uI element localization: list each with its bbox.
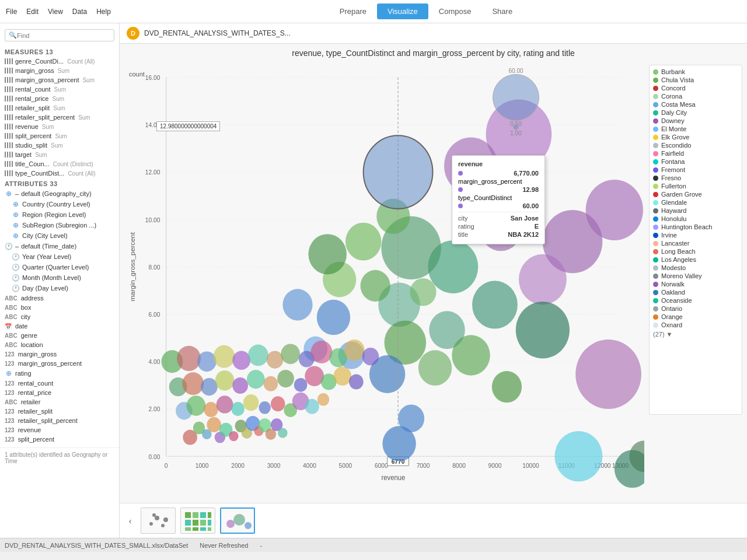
legend-item-elk-grove[interactable]: Elk Grove <box>650 133 742 141</box>
measure-margin-gross-percent[interactable]: margin_gross_percent Sum <box>0 75 119 85</box>
bubble[interactable] <box>382 426 416 461</box>
legend-item-irvine[interactable]: Irvine <box>650 231 742 239</box>
bubble[interactable] <box>410 278 437 306</box>
measure-target[interactable]: target Sum <box>0 150 119 159</box>
attr-geography-default[interactable]: ⊕ – default (Geography_city) <box>0 188 119 199</box>
attr-month[interactable]: 🕐 Month (Month Level) <box>0 272 119 283</box>
legend-item-orange[interactable]: Orange <box>650 313 742 321</box>
legend-item-daly-city[interactable]: Daly City <box>650 108 742 117</box>
legend-item-fresno[interactable]: Fresno <box>650 174 742 182</box>
bubble[interactable] <box>232 351 250 369</box>
legend-item-concord[interactable]: Concord <box>650 84 742 92</box>
bubble[interactable] <box>452 335 490 375</box>
measure-studio-split[interactable]: studio_split Sum <box>0 141 119 150</box>
legend-item-moreno-valley[interactable]: Moreno Valley <box>650 272 742 280</box>
bubble[interactable] <box>361 270 390 302</box>
bubble[interactable] <box>519 254 567 305</box>
measure-genre-count[interactable]: genre_CountDi... Count (All) <box>0 57 119 66</box>
legend-item-fontana[interactable]: Fontana <box>650 158 742 166</box>
attr-rental-count2[interactable]: 123 rental_count <box>0 379 119 388</box>
search-box[interactable]: 🔍 <box>5 29 114 41</box>
attr-time-default[interactable]: 🕐 – default (Time_date) <box>0 241 119 251</box>
measure-margin-gross[interactable]: margin_gross Sum <box>0 66 119 75</box>
bubble[interactable] <box>516 302 570 358</box>
attr-country[interactable]: ⊕ Country (Country Level) <box>0 199 119 209</box>
measure-retailer-split[interactable]: retailer_split Sum <box>0 103 119 113</box>
legend-item-chula-vista[interactable]: Chula Vista <box>650 76 742 84</box>
attr-box[interactable]: ABC box <box>0 303 119 312</box>
bubble[interactable] <box>217 396 233 413</box>
bubble[interactable] <box>271 396 285 411</box>
thumbnail-heatmap[interactable] <box>180 508 215 534</box>
menu-edit[interactable]: Edit <box>26 8 39 16</box>
legend-item-el-monte[interactable]: El Monte <box>650 125 742 133</box>
attr-retailer-split2[interactable]: 123 retailer_split <box>0 407 119 416</box>
attr-rating[interactable]: ⊕ rating <box>0 368 119 379</box>
legend-item-downey[interactable]: Downey <box>650 117 742 125</box>
legend-item-honolulu[interactable]: Honolulu <box>650 215 742 223</box>
legend-item-oakland[interactable]: Oakland <box>650 288 742 296</box>
measure-rental-price[interactable]: rental_price Sum <box>0 94 119 103</box>
attr-retailer2[interactable]: ABC retailer <box>0 397 119 407</box>
bubble[interactable] <box>586 180 643 240</box>
bubble[interactable] <box>247 370 265 388</box>
bubble[interactable] <box>248 345 268 366</box>
legend-item-long-beach[interactable]: Long Beach <box>650 247 742 256</box>
bubble[interactable] <box>294 378 308 392</box>
bubble[interactable] <box>232 377 248 394</box>
attr-margin-gross2[interactable]: 123 margin_gross <box>0 349 119 359</box>
legend-item-huntington-beach[interactable]: Huntington Beach <box>650 223 742 231</box>
legend-item-fullerton[interactable]: Fullerton <box>650 182 742 190</box>
bubble[interactable] <box>311 341 333 363</box>
measure-rental-count[interactable]: rental_count Sum <box>0 85 119 94</box>
bubble[interactable] <box>215 370 235 391</box>
attr-address[interactable]: ABC address <box>0 293 119 303</box>
attr-location[interactable]: ABC location <box>0 340 119 349</box>
attr-split-percent2[interactable]: 123 split_percent <box>0 435 119 444</box>
bubble[interactable] <box>281 344 300 365</box>
menu-data[interactable]: Data <box>72 8 87 16</box>
bubble[interactable] <box>182 372 204 395</box>
measure-title-count[interactable]: title_Coun... Count (Distinct) <box>0 159 119 169</box>
bubble[interactable] <box>229 431 238 441</box>
bubble[interactable] <box>267 351 284 368</box>
attr-city2[interactable]: ABC city <box>0 312 119 321</box>
bubble[interactable] <box>197 352 217 372</box>
attr-region[interactable]: ⊕ Region (Region Level) <box>0 209 119 220</box>
bubble[interactable] <box>282 289 312 320</box>
attr-margin-gross-percent2[interactable]: 123 margin_gross_percent <box>0 359 119 368</box>
legend-item-burbank[interactable]: Burbank <box>650 68 742 76</box>
attr-date[interactable]: 📅 date <box>0 321 119 331</box>
bubble[interactable] <box>333 366 351 385</box>
bubble[interactable] <box>207 417 221 432</box>
bubble[interactable] <box>344 340 365 361</box>
tab-prepare[interactable]: Prepare <box>329 4 377 19</box>
legend-item-glendale[interactable]: Glendale <box>650 198 742 206</box>
bubble[interactable] <box>277 370 294 387</box>
measure-type-countdist[interactable]: type_CountDist... Count (All) <box>0 169 119 178</box>
attr-retailer-split-percent2[interactable]: 123 retailer_split_percent <box>0 416 119 425</box>
bubble[interactable] <box>214 345 235 368</box>
tab-share[interactable]: Share <box>481 4 523 19</box>
thumb-nav-left[interactable]: ‹ <box>124 515 136 527</box>
legend-item-lancaster[interactable]: Lancaster <box>650 239 742 247</box>
legend-item-fremont[interactable]: Fremont <box>650 166 742 174</box>
menu-help[interactable]: Help <box>96 8 111 16</box>
legend-item-norwalk[interactable]: Norwalk <box>650 280 742 288</box>
bubble[interactable] <box>231 402 245 416</box>
attr-day[interactable]: 🕐 Day (Day Level) <box>0 283 119 293</box>
legend-item-oxnard[interactable]: Oxnard <box>650 321 742 329</box>
attr-subregion[interactable]: ⊕ SubRegion (Subregion ...) <box>0 220 119 230</box>
bubble[interactable] <box>317 393 329 406</box>
legend-item-modesto[interactable]: Modesto <box>650 264 742 272</box>
attr-revenue2[interactable]: 123 revenue <box>0 425 119 435</box>
bubble[interactable] <box>308 234 347 274</box>
bubble[interactable] <box>243 394 259 411</box>
bubble[interactable] <box>554 431 602 482</box>
search-input[interactable] <box>17 32 110 39</box>
attr-year[interactable]: 🕐 Year (Year Level) <box>0 251 119 262</box>
bubble[interactable] <box>278 428 287 438</box>
legend-item-garden-grove[interactable]: Garden Grove <box>650 190 742 198</box>
bubble[interactable] <box>264 376 278 391</box>
attr-quarter[interactable]: 🕐 Quarter (Quarter Level) <box>0 262 119 272</box>
